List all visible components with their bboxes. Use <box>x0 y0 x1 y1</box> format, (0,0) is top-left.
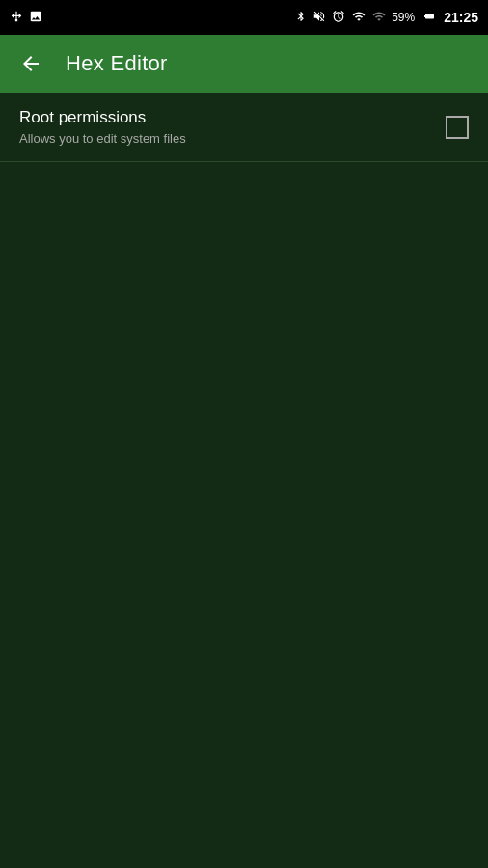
alarm-icon <box>332 10 345 26</box>
root-permissions-item[interactable]: Root permissions Allows you to edit syst… <box>0 93 488 162</box>
status-bar-left <box>10 9 42 27</box>
battery-percent: 59% <box>392 11 415 24</box>
usb-icon <box>10 9 23 27</box>
status-time: 21:25 <box>444 10 478 25</box>
app-bar: Hex Editor <box>0 35 488 93</box>
image-icon <box>29 10 42 26</box>
status-bar-right: 59% 21:25 <box>295 9 478 27</box>
content-area: Root permissions Allows you to edit syst… <box>0 93 488 868</box>
bluetooth-icon <box>295 9 307 27</box>
root-permissions-text: Root permissions Allows you to edit syst… <box>19 108 186 146</box>
battery-icon <box>420 11 438 25</box>
back-button[interactable] <box>15 48 46 79</box>
mute-icon <box>312 10 326 26</box>
wifi-icon <box>351 10 366 26</box>
root-permissions-subtitle: Allows you to edit system files <box>19 131 186 146</box>
root-permissions-title: Root permissions <box>19 108 186 127</box>
signal-icon <box>372 10 386 26</box>
status-bar: 59% 21:25 <box>0 0 488 35</box>
root-permissions-checkbox[interactable] <box>446 116 469 139</box>
app-title: Hex Editor <box>66 51 168 76</box>
